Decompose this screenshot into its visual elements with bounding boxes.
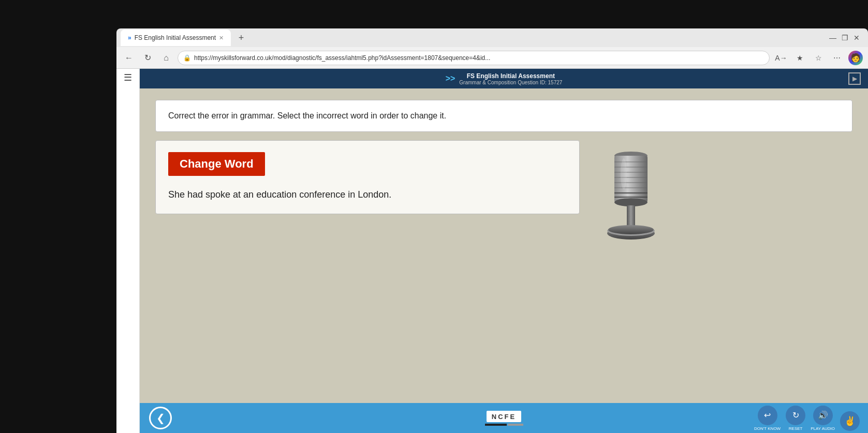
url-bar[interactable]: 🔒 https://myskillsforward.co.uk/mod/diag… [178, 51, 770, 65]
play-audio-label: PLAY AUDIO [811, 426, 835, 431]
reload-button[interactable]: ↻ [140, 51, 155, 65]
browser-title-bar: » FS English Initial Assessment ✕ + — ❐ … [116, 28, 868, 47]
dont-know-button[interactable]: ↩ [758, 406, 777, 425]
app-logo-icon: >> [446, 74, 455, 83]
tab-icon: » [128, 34, 131, 41]
instruction-text: Correct the error in grammar. Select the… [168, 111, 446, 120]
tab-title: FS English Initial Assessment [135, 34, 216, 41]
ncfe-badge: NCFE [487, 411, 521, 422]
lock-icon: 🔒 [183, 54, 191, 62]
home-button[interactable]: ⌂ [159, 51, 173, 65]
back-nav-button[interactable]: ← [122, 51, 136, 65]
app-header-title-block: FS English Initial Assessment Grammar & … [459, 72, 562, 85]
reset-button-group: ↻ RESET [786, 406, 805, 431]
sentence-text: She had spoke at an education conference… [168, 187, 567, 202]
app-main-title: FS English Initial Assessment [459, 72, 562, 80]
maximize-button[interactable]: ❐ [842, 34, 848, 42]
app-header: >> FS English Initial Assessment Grammar… [140, 69, 868, 88]
profile-avatar[interactable]: 🧑 [848, 51, 863, 65]
footer-right-buttons: ↩ DON'T KNOW ↻ RESET 🔊 PLAY AUDIO [754, 406, 860, 431]
back-button[interactable]: ❮ [149, 407, 172, 429]
dont-know-icon: ↩ [764, 410, 771, 420]
svg-point-14 [608, 225, 654, 234]
collections-button[interactable]: ☆ [811, 51, 826, 65]
close-button[interactable]: ✕ [854, 34, 860, 42]
reader-mode-button[interactable]: A→ [774, 51, 788, 65]
back-icon: ❮ [156, 412, 165, 424]
change-word-button[interactable]: Change Word [168, 152, 265, 176]
browser-tab[interactable]: » FS English Initial Assessment ✕ [121, 29, 231, 46]
hamburger-menu-icon[interactable]: ☰ [124, 73, 132, 82]
play-audio-button[interactable]: 🔊 [813, 406, 833, 425]
app-footer: ❮ NCFE ↩ DON'T KNOW ↻ [140, 403, 868, 433]
window-controls: — ❐ ✕ [829, 34, 864, 42]
reset-icon: ↻ [792, 410, 799, 420]
expand-button[interactable]: ▶ [848, 72, 861, 85]
audio-icon: 🔊 [818, 410, 828, 420]
microphone-icon [600, 145, 662, 249]
question-row: Change Word She had spoke at an educatio… [155, 140, 852, 249]
dont-know-button-group: ↩ DON'T KNOW [754, 406, 781, 431]
browser-left-sidebar: ☰ [116, 69, 140, 433]
svg-rect-1 [614, 156, 648, 202]
more-button[interactable]: ⋯ [830, 51, 844, 65]
microphone-area [592, 140, 670, 249]
instruction-box: Correct the error in grammar. Select the… [155, 100, 852, 132]
dont-know-label: DON'T KNOW [754, 426, 781, 431]
address-bar: ← ↻ ⌂ 🔒 https://myskillsforward.co.uk/mo… [116, 47, 868, 69]
svg-point-15 [621, 158, 627, 189]
new-tab-button[interactable]: + [234, 31, 248, 45]
tab-close-icon[interactable]: ✕ [219, 35, 224, 41]
app-content-area: >> FS English Initial Assessment Grammar… [140, 69, 868, 433]
ncfe-progress-bar [485, 424, 523, 426]
app-sub-title: Grammar & Composition Question ID: 15727 [459, 80, 562, 85]
url-text: https://myskillsforward.co.uk/mod/diagno… [194, 54, 490, 62]
play-audio-button-group: 🔊 PLAY AUDIO [811, 406, 835, 431]
hand-button[interactable]: ✌ [840, 411, 860, 431]
minimize-button[interactable]: — [829, 34, 836, 42]
reset-button[interactable]: ↻ [786, 406, 805, 425]
svg-point-10 [614, 198, 648, 206]
svg-rect-11 [627, 205, 635, 226]
hand-icon: ✌ [844, 415, 856, 427]
main-content-body: Correct the error in grammar. Select the… [140, 88, 868, 403]
ncfe-logo: NCFE [485, 411, 523, 426]
hand-button-group: ✌ [840, 411, 860, 431]
favorites-button[interactable]: ★ [792, 51, 807, 65]
reset-label: RESET [789, 426, 803, 431]
ncfe-text: NCFE [492, 413, 516, 421]
question-box: Change Word She had spoke at an educatio… [155, 140, 580, 214]
